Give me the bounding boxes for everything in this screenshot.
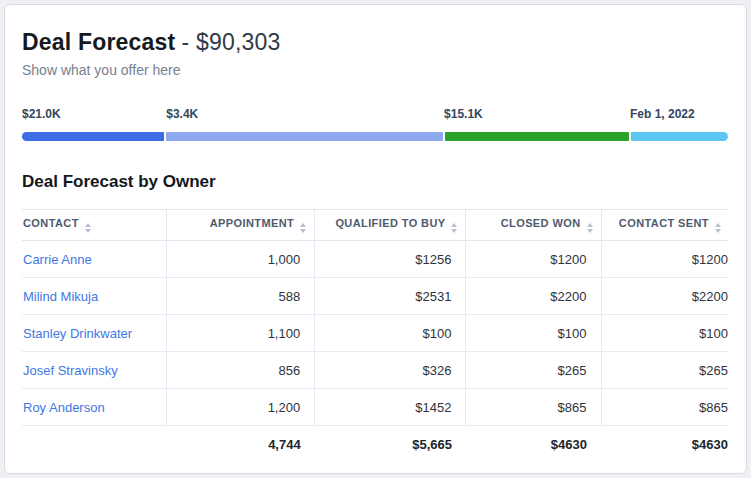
sort-icon[interactable] <box>300 223 306 233</box>
page-subtitle: Show what you offer here <box>22 62 729 78</box>
cell-value: $100 <box>315 315 466 352</box>
totals-value: 4,744 <box>167 426 315 463</box>
progress-segment-2 <box>445 132 629 141</box>
progress-segment-1 <box>166 132 443 141</box>
column-header-label: CLOSED WON <box>501 217 581 229</box>
progress-segment-label: $3.4K <box>166 107 198 121</box>
table-row: Roy Anderson1,200$1452$865$865 <box>22 389 729 426</box>
progress-segment-label: $21.0K <box>22 107 61 121</box>
column-header-label: QUALIFIED TO BUY <box>335 217 445 229</box>
column-header-label: CONTACT <box>23 217 79 229</box>
contact-link[interactable]: Josef Stravinsky <box>22 352 167 389</box>
page-title-amount: - $90,303 <box>181 29 280 55</box>
cell-value: $265 <box>601 352 729 389</box>
sort-icon[interactable] <box>85 223 91 233</box>
totals-value: $5,665 <box>315 426 466 463</box>
sort-icon[interactable] <box>587 223 593 233</box>
table-header-row: CONTACTAPPOINTMENTQUALIFIED TO BUYCLOSED… <box>22 210 729 241</box>
cell-value: $1200 <box>601 241 729 278</box>
cell-value: $265 <box>466 352 601 389</box>
cell-value: $2200 <box>601 278 729 315</box>
cell-value: $2531 <box>315 278 466 315</box>
sort-icon[interactable] <box>451 223 457 233</box>
progress-segment-label: Feb 1, 2022 <box>630 107 695 121</box>
column-header-appointment[interactable]: APPOINTMENT <box>167 210 315 241</box>
cell-value: 1,000 <box>167 241 315 278</box>
deal-forecast-card: Deal Forecast- $90,303 Show what you off… <box>4 4 747 474</box>
cell-value: $1200 <box>466 241 601 278</box>
deal-forecast-table: CONTACTAPPOINTMENTQUALIFIED TO BUYCLOSED… <box>22 209 729 463</box>
table-row: Carrie Anne1,000$1256$1200$1200 <box>22 241 729 278</box>
table-body: Carrie Anne1,000$1256$1200$1200Milind Mi… <box>22 241 729 426</box>
contact-link[interactable]: Carrie Anne <box>22 241 167 278</box>
totals-empty-cell <box>22 426 167 463</box>
progress-bar <box>22 132 729 141</box>
totals-value: $4630 <box>466 426 601 463</box>
contact-link[interactable]: Roy Anderson <box>22 389 167 426</box>
contact-link[interactable]: Stanley Drinkwater <box>22 315 167 352</box>
cell-value: 1,100 <box>167 315 315 352</box>
progress-segment-0 <box>22 132 164 141</box>
table-title: Deal Forecast by Owner <box>22 172 729 192</box>
cell-value: $326 <box>315 352 466 389</box>
column-header-contact[interactable]: CONTACT <box>22 210 167 241</box>
table-totals-row: 4,744$5,665$4630$4630 <box>22 426 729 463</box>
page-title: Deal Forecast- $90,303 <box>22 29 729 56</box>
table-row: Josef Stravinsky856$326$265$265 <box>22 352 729 389</box>
cell-value: 1,200 <box>167 389 315 426</box>
column-header-label: APPOINTMENT <box>210 217 294 229</box>
cell-value: $865 <box>466 389 601 426</box>
cell-value: $2200 <box>466 278 601 315</box>
cell-value: $100 <box>466 315 601 352</box>
column-header-qualified-to-buy[interactable]: QUALIFIED TO BUY <box>315 210 466 241</box>
table-row: Milind Mikuja588$2531$2200$2200 <box>22 278 729 315</box>
progress-segment-3 <box>631 132 728 141</box>
page-title-text: Deal Forecast <box>22 29 175 55</box>
cell-value: 856 <box>167 352 315 389</box>
cell-value: $865 <box>601 389 729 426</box>
cell-value: 588 <box>167 278 315 315</box>
column-header-closed-won[interactable]: CLOSED WON <box>466 210 601 241</box>
progress-bar-labels: $21.0K$3.4K$15.1KFeb 1, 2022 <box>22 107 729 122</box>
progress-segment-label: $15.1K <box>444 107 483 121</box>
sort-icon[interactable] <box>715 223 721 233</box>
column-header-label: CONTACT SENT <box>619 217 709 229</box>
cell-value: $100 <box>601 315 729 352</box>
totals-value: $4630 <box>601 426 729 463</box>
contact-link[interactable]: Milind Mikuja <box>22 278 167 315</box>
column-header-contact-sent[interactable]: CONTACT SENT <box>601 210 729 241</box>
cell-value: $1452 <box>315 389 466 426</box>
cell-value: $1256 <box>315 241 466 278</box>
table-row: Stanley Drinkwater1,100$100$100$100 <box>22 315 729 352</box>
